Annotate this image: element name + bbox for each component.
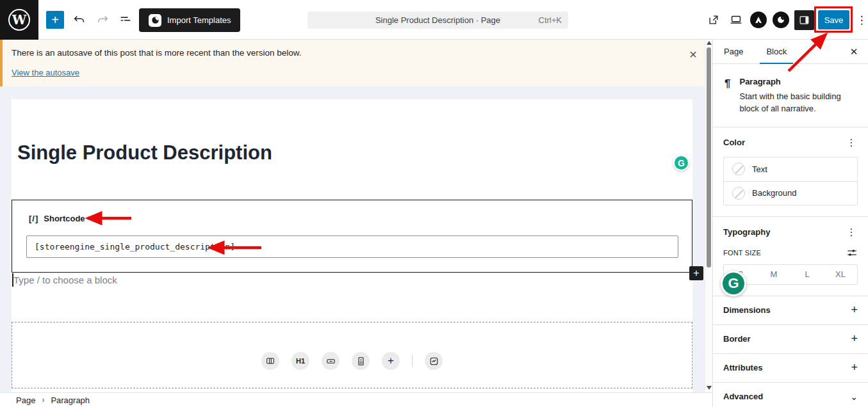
color-options-button[interactable]: ⋮: [845, 137, 858, 148]
heading-block-button[interactable]: H1: [291, 352, 309, 370]
columns-icon: [265, 356, 275, 366]
keyboard-shortcut: Ctrl+K: [539, 15, 562, 25]
chart-line-icon: [429, 356, 439, 367]
plus-icon: +: [851, 303, 858, 317]
options-menu-button[interactable]: ⋮: [856, 12, 867, 28]
view-post-button[interactable]: [706, 12, 721, 28]
close-icon: ✕: [850, 46, 858, 58]
editor-canvas: Single Product Description G [/] Shortco…: [0, 86, 705, 392]
color-section: Color ⋮ Text Background: [713, 127, 868, 217]
typography-section-title: Typography: [723, 227, 770, 237]
shortcode-input[interactable]: [26, 235, 678, 258]
redo-button[interactable]: [95, 12, 110, 28]
tab-page[interactable]: Page: [717, 40, 749, 63]
document-title: Single Product Description · Page: [375, 15, 500, 25]
background-color-row[interactable]: Background: [724, 181, 857, 205]
button-block-button[interactable]: [322, 352, 340, 370]
browse-all-blocks-button[interactable]: +: [382, 352, 400, 370]
font-size-l[interactable]: L: [790, 265, 824, 284]
empty-swatch-icon: [732, 163, 745, 175]
chevron-down-icon: ⌄: [850, 392, 858, 402]
scrollbar-down-arrow[interactable]: [707, 386, 712, 390]
wordpress-logo[interactable]: W: [0, 0, 38, 40]
inline-inserter-button[interactable]: +: [689, 266, 703, 280]
gutenkit-plugin-button[interactable]: [773, 12, 789, 28]
empty-swatch-icon: [732, 187, 745, 200]
shortcode-block-header: [/] Shortcode: [29, 214, 85, 223]
media-card-icon: [356, 356, 366, 367]
tab-block[interactable]: Block: [760, 40, 793, 63]
font-size-xl[interactable]: XL: [824, 265, 857, 284]
block-card-title: Paragraph: [739, 77, 855, 86]
quick-block-inserter-row: H1 +: [12, 352, 692, 370]
font-size-label: FONT SIZE: [723, 249, 761, 257]
import-templates-label: Import Templates: [167, 15, 231, 25]
panel-advanced[interactable]: Advanced ⌄: [713, 383, 868, 407]
color-settings-box: Text Background: [723, 157, 858, 205]
page-title[interactable]: Single Product Description: [17, 141, 272, 164]
paragraph-icon: ¶: [725, 77, 730, 115]
kebab-menu-icon: ⋮: [856, 13, 867, 27]
inserter-divider: [412, 355, 413, 367]
astra-plugin-button[interactable]: [750, 12, 767, 28]
settings-sidebar-toggle[interactable]: [794, 10, 814, 30]
undo-button[interactable]: [72, 12, 87, 28]
breadcrumb-paragraph[interactable]: Paragraph: [51, 395, 90, 405]
external-link-icon: [707, 13, 720, 26]
breadcrumb-page[interactable]: Page: [16, 395, 35, 405]
grammarly-icon[interactable]: G: [721, 271, 746, 296]
h1-icon: H1: [296, 357, 305, 365]
block-info-card: ¶ Paragraph Start with the basic buildin…: [713, 64, 868, 127]
background-color-label: Background: [752, 188, 796, 198]
panel-border[interactable]: Border +: [713, 325, 868, 354]
shortcode-icon: [/]: [29, 214, 38, 223]
editor-scrollbar[interactable]: [705, 40, 712, 392]
save-button[interactable]: Save: [818, 10, 849, 29]
wordpress-block-editor: W + Import Templates Single Pr: [0, 0, 868, 407]
text-color-row[interactable]: Text: [724, 157, 857, 181]
view-autosave-link[interactable]: View the autosave: [12, 68, 79, 77]
breadcrumb: Page › Paragraph: [0, 392, 712, 407]
block-inserter-button[interactable]: +: [46, 11, 64, 29]
plus-icon: +: [388, 355, 394, 367]
media-block-button[interactable]: [352, 352, 370, 370]
scrollbar-up-arrow[interactable]: [707, 41, 712, 45]
typography-options-button[interactable]: ⋮: [845, 227, 858, 238]
sidebar-panel-icon: [798, 14, 810, 26]
close-icon: ✕: [689, 49, 697, 61]
command-search-bar[interactable]: Single Product Description · Page Ctrl+K: [307, 12, 568, 29]
autosave-notice: There is an autosave of this post that i…: [0, 40, 705, 86]
gutenkit-icon: [776, 15, 785, 24]
font-size-m[interactable]: M: [757, 265, 790, 284]
list-view-button[interactable]: [118, 12, 133, 28]
scrollbar-thumb[interactable]: [707, 47, 711, 267]
font-size-custom-button[interactable]: [846, 248, 858, 258]
plus-icon: +: [851, 332, 858, 346]
shortcode-block[interactable]: [/] Shortcode: [12, 200, 692, 273]
grammarly-icon[interactable]: G: [673, 155, 689, 171]
chevron-right-icon: ›: [42, 395, 44, 404]
preview-button[interactable]: [728, 12, 744, 28]
notice-close-button[interactable]: ✕: [685, 47, 701, 62]
plus-icon: +: [693, 267, 699, 279]
panel-attributes[interactable]: Attributes +: [713, 354, 868, 383]
post-content-placeholder-area: H1 +: [12, 322, 692, 388]
autosave-notice-message: There is an autosave of this post that i…: [12, 48, 302, 58]
color-section-title: Color: [723, 138, 745, 147]
sidebar-tabs: Page Block ✕: [713, 40, 868, 64]
editor-topbar: W + Import Templates Single Pr: [0, 0, 868, 40]
empty-paragraph-placeholder[interactable]: Type / to choose a block: [13, 275, 117, 285]
sidebar-close-button[interactable]: ✕: [846, 44, 862, 60]
plus-icon: +: [51, 13, 59, 28]
list-view-icon: [119, 13, 133, 27]
redo-icon: [95, 13, 110, 27]
plus-icon: +: [851, 361, 858, 374]
import-templates-logo-icon: [149, 14, 161, 27]
undo-icon: [72, 13, 86, 27]
chart-block-button[interactable]: [425, 352, 443, 370]
panel-dimensions[interactable]: Dimensions +: [713, 296, 868, 325]
sliders-icon: [846, 248, 858, 258]
text-color-label: Text: [752, 164, 767, 174]
columns-block-button[interactable]: [261, 352, 279, 370]
import-templates-button[interactable]: Import Templates: [139, 8, 240, 32]
